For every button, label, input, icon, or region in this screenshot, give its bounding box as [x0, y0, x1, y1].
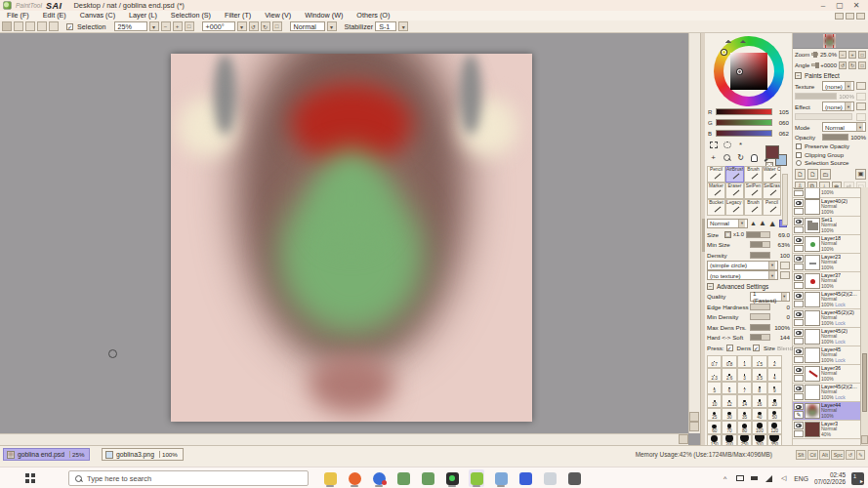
layer-visibility-toggle[interactable]: [794, 236, 804, 244]
brush-tip-small-icon[interactable]: ▲: [750, 219, 757, 228]
magic-wand-icon[interactable]: *: [735, 140, 746, 150]
layer-row[interactable]: Layer3Normal40%: [793, 421, 860, 439]
brush-size-50[interactable]: 50: [767, 408, 782, 422]
brush-size-100[interactable]: 100: [752, 421, 766, 434]
brush-size-60[interactable]: 60: [707, 421, 722, 434]
brush-size-1.5[interactable]: 1.5: [752, 355, 766, 369]
layer-visibility-toggle[interactable]: [794, 187, 804, 189]
tray-language[interactable]: ENG: [794, 475, 808, 482]
taskbar-icon-calculator[interactable]: [542, 469, 558, 487]
brush-edge-dropdown[interactable]: Normal▼: [707, 219, 748, 228]
size-slider[interactable]: [746, 231, 770, 238]
color-wheel[interactable]: [714, 36, 784, 106]
setting-slider[interactable]: [750, 241, 770, 248]
menu-item-selection[interactable]: Selection (S): [164, 11, 218, 20]
brush-size-3.5[interactable]: 3.5: [752, 368, 766, 382]
zoom-in-button[interactable]: +: [173, 21, 183, 31]
start-button[interactable]: [25, 473, 35, 483]
brush-water-color[interactable]: Water Color: [763, 166, 781, 183]
canvas-vertical-scrollbar[interactable]: [688, 33, 700, 433]
doc-tab-2[interactable]: goblina3.png100%: [102, 448, 184, 461]
taskbar-icon-app-blue-3d[interactable]: [493, 469, 509, 487]
rotate-tool-icon[interactable]: ↻: [735, 152, 746, 163]
collapse-icon[interactable]: −: [795, 72, 802, 79]
brush-pencil[interactable]: Pencil: [707, 166, 725, 183]
doc-tab-1[interactable]: goblina end.psd25%: [3, 448, 90, 461]
nav-zoom-slider[interactable]: [811, 53, 818, 56]
tray-network-icon[interactable]: [765, 474, 773, 483]
layers-scrollbar[interactable]: [860, 187, 868, 445]
saturation-value-square[interactable]: [730, 53, 767, 90]
tray-display-icon[interactable]: [735, 474, 744, 483]
press-check-dens[interactable]: ✓: [726, 345, 733, 351]
minimize-button[interactable]: –: [818, 1, 828, 10]
brush-size-12[interactable]: 12: [722, 394, 736, 408]
taskbar-icon-browser-badged[interactable]: [371, 469, 387, 487]
layer-row[interactable]: Layer36Normal100%: [793, 365, 860, 384]
layer-extra-toggle[interactable]: [794, 393, 804, 401]
brush-size-25[interactable]: 25: [707, 408, 722, 422]
hand-tool-icon[interactable]: [749, 152, 760, 163]
layer-visibility-toggle[interactable]: [794, 310, 804, 318]
brush-size-20[interactable]: 20: [767, 394, 782, 408]
brush-size-6[interactable]: 6: [722, 382, 736, 395]
selection-checkbox[interactable]: ✓: [66, 23, 73, 30]
new-folder-button[interactable]: 🗀: [820, 169, 831, 180]
rotate-ccw-button[interactable]: ↺: [249, 21, 259, 31]
layer-extra-toggle[interactable]: [794, 264, 804, 271]
rgb-slider-b[interactable]: B062: [707, 128, 790, 139]
layer-visibility-toggle[interactable]: [794, 366, 804, 374]
doc-close-button[interactable]: [856, 13, 865, 20]
brush-size-9[interactable]: 9: [767, 382, 782, 395]
brush-size-120[interactable]: 120: [767, 421, 782, 434]
brush-shape-dropdown[interactable]: (simple circle)▼: [707, 261, 778, 270]
vscroll-button-up[interactable]: [689, 412, 699, 422]
notification-center-icon[interactable]: 1▸: [851, 472, 864, 485]
layer-row[interactable]: Layer18Normal100%: [793, 235, 860, 254]
layers-scrollbar-thumb[interactable]: [862, 353, 867, 412]
brush-pencil[interactable]: Pencil: [763, 199, 781, 216]
layer-visibility-toggle[interactable]: [794, 218, 804, 225]
blend-mode-dropdown-button[interactable]: ▾: [327, 21, 337, 31]
brush-size-0.7[interactable]: 0.7: [707, 355, 722, 369]
navigator[interactable]: [793, 33, 868, 49]
layer-extra-toggle[interactable]: [794, 319, 804, 327]
new-layer-button[interactable]: 🗋: [795, 169, 806, 180]
brush-tip-medium-icon[interactable]: ▲: [759, 219, 766, 228]
doc-restore-button[interactable]: [846, 13, 854, 20]
layer-visibility-toggle[interactable]: [794, 255, 804, 263]
brush-grid-scrollbar[interactable]: [782, 174, 788, 225]
layer-extra-toggle[interactable]: [794, 282, 804, 290]
canvas-artwork-abstracted[interactable]: [171, 54, 532, 422]
angle-reset-button[interactable]: □: [272, 21, 282, 31]
brush-marker[interactable]: Marker: [707, 183, 725, 199]
menu-item-window[interactable]: Window (W): [298, 11, 350, 20]
nav-zoom-out-button[interactable]: −: [839, 51, 847, 59]
taskbar-icon-file-explorer[interactable]: [322, 469, 338, 487]
taskbar-icon-app-green-b[interactable]: [420, 469, 435, 487]
layer-visibility-toggle[interactable]: [794, 422, 804, 429]
nav-rotate-ccw-button[interactable]: ↺: [839, 61, 847, 69]
angle-field[interactable]: +000°: [202, 21, 235, 31]
hue-marker[interactable]: [722, 50, 726, 55]
layer-row[interactable]: Layer45(2)(2...Normal100% Lock: [793, 291, 860, 309]
canvas-horizontal-scrollbar[interactable]: [0, 433, 688, 445]
tray-chevron-icon[interactable]: ^: [721, 474, 729, 483]
layer-extra-toggle[interactable]: [794, 375, 804, 383]
setting-slider[interactable]: [750, 252, 770, 259]
layer-extra-toggle[interactable]: [794, 226, 804, 234]
effect-preview-box[interactable]: [856, 102, 866, 110]
taskbar-icon-firefox[interactable]: [347, 469, 362, 487]
rgb-slider-g[interactable]: G060: [707, 117, 790, 128]
brush-size-80[interactable]: 80: [737, 421, 752, 434]
toolbar-button-1[interactable]: [2, 21, 12, 31]
nav-angle-slider[interactable]: [811, 63, 818, 66]
layer-extra-toggle[interactable]: [794, 301, 804, 308]
setting-slider[interactable]: [750, 334, 770, 341]
doc-minimize-button[interactable]: [835, 13, 844, 20]
taskbar-icon-app-green-a[interactable]: [395, 469, 411, 487]
taskbar-icon-settings[interactable]: [566, 469, 582, 487]
brush-size-3[interactable]: 3: [737, 368, 752, 382]
setting-slider[interactable]: [750, 313, 770, 320]
brush-size-35[interactable]: 35: [737, 408, 752, 422]
